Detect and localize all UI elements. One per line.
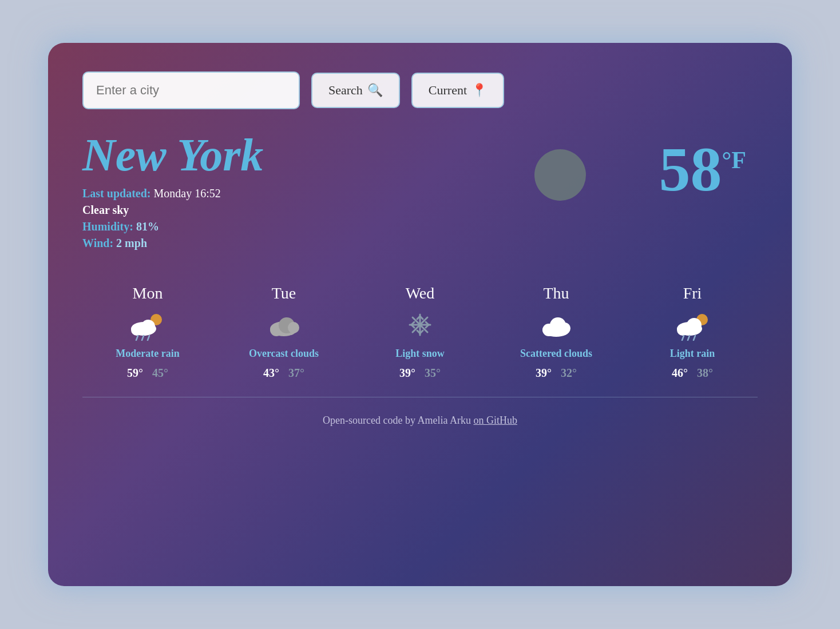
temperature-value: 58 — [659, 138, 722, 201]
svg-point-26 — [559, 323, 570, 334]
day-condition-wed: Light snow — [395, 348, 445, 360]
day-name-mon: Mon — [133, 284, 163, 302]
day-icon-fri — [672, 309, 712, 341]
temp-high-fri: 46° — [672, 367, 688, 380]
temp-low-tue: 37° — [288, 367, 304, 380]
temperature-unit: °F — [722, 148, 746, 172]
search-button[interactable]: Search 🔍 — [311, 73, 400, 108]
forecast-row: Mon Moderat — [82, 284, 758, 380]
pin-icon: 📍 — [471, 83, 487, 98]
day-temps-thu: 39° 32° — [536, 367, 577, 380]
svg-line-33 — [694, 336, 695, 340]
temp-low-mon: 45° — [152, 367, 168, 380]
day-condition-mon: Moderate rain — [116, 348, 179, 360]
svg-point-2 — [131, 324, 142, 336]
svg-line-4 — [136, 336, 138, 340]
last-updated-value: Monday 16:52 — [153, 187, 220, 200]
weather-condition: Clear sky — [82, 204, 758, 217]
humidity-label: Humidity: — [82, 220, 133, 233]
forecast-day-fri: Fri Light rain — [627, 284, 758, 380]
temp-high-mon: 59° — [127, 367, 143, 380]
footer: Open-sourced code by Amelia Arku on GitH… — [82, 415, 758, 427]
forecast-day-mon: Mon Moderat — [82, 284, 213, 380]
current-label: Current — [429, 83, 467, 98]
svg-point-30 — [687, 318, 702, 333]
svg-line-5 — [142, 336, 144, 340]
day-temps-fri: 46° 38° — [672, 367, 713, 380]
day-icon-mon — [128, 309, 168, 341]
current-location-button[interactable]: Current 📍 — [411, 73, 504, 108]
temperature-display: 58 °F — [659, 138, 746, 201]
day-name-thu: Thu — [543, 284, 569, 302]
day-temps-wed: 39° 35° — [399, 367, 441, 380]
footer-text: Open-sourced code by Amelia Arku — [323, 415, 471, 426]
temp-high-tue: 43° — [263, 367, 279, 380]
city-input[interactable] — [82, 71, 300, 109]
temp-low-fri: 38° — [697, 367, 713, 380]
last-updated-label: Last updated: — [82, 187, 150, 200]
search-row: Search 🔍 Current 📍 — [82, 71, 758, 109]
svg-point-3 — [141, 320, 155, 333]
day-icon-thu — [536, 309, 576, 341]
humidity: Humidity: 81% — [82, 220, 758, 233]
wind-value: 2 mph — [116, 237, 147, 249]
app-container: Search 🔍 Current 📍 New York Last updated… — [48, 43, 792, 586]
temp-low-thu: 32° — [561, 367, 577, 380]
svg-line-31 — [682, 336, 684, 340]
svg-line-32 — [688, 336, 690, 340]
moon-icon — [534, 149, 586, 201]
svg-point-29 — [677, 324, 688, 336]
day-name-tue: Tue — [272, 284, 296, 302]
day-condition-thu: Scattered clouds — [520, 348, 592, 360]
wind: Wind: 2 mph — [82, 237, 758, 250]
last-updated: Last updated: Monday 16:52 — [82, 187, 758, 200]
wind-label: Wind: — [82, 237, 113, 249]
day-condition-fri: Light rain — [670, 348, 715, 360]
forecast-day-wed: Wed — [355, 284, 485, 380]
day-name-fri: Fri — [683, 284, 702, 302]
forecast-day-thu: Thu Scattered clouds 39° 32° — [491, 284, 621, 380]
svg-line-6 — [148, 336, 149, 340]
svg-point-10 — [288, 322, 299, 333]
day-name-wed: Wed — [406, 284, 435, 302]
search-icon: 🔍 — [367, 83, 383, 98]
forecast-day-tue: Tue Overcast clouds 43° 37° — [219, 284, 349, 380]
day-icon-tue — [264, 309, 304, 341]
day-icon-wed — [400, 309, 440, 341]
day-condition-tue: Overcast clouds — [249, 348, 319, 360]
forecast-section: Mon Moderat — [82, 284, 758, 380]
temp-high-wed: 39° — [399, 367, 415, 380]
day-temps-tue: 43° 37° — [263, 367, 304, 380]
github-link[interactable]: on GitHub — [473, 415, 517, 426]
main-weather-icon — [534, 149, 586, 201]
humidity-value: 81% — [136, 220, 159, 233]
search-label: Search — [328, 83, 363, 98]
current-weather-section: New York Last updated: Monday 16:52 Clea… — [82, 132, 758, 250]
day-temps-mon: 59° 45° — [127, 367, 168, 380]
temp-high-thu: 39° — [536, 367, 552, 380]
section-divider — [82, 397, 758, 397]
temp-low-wed: 35° — [425, 367, 441, 380]
current-weather-info: New York Last updated: Monday 16:52 Clea… — [82, 132, 758, 250]
city-name: New York — [82, 132, 758, 178]
